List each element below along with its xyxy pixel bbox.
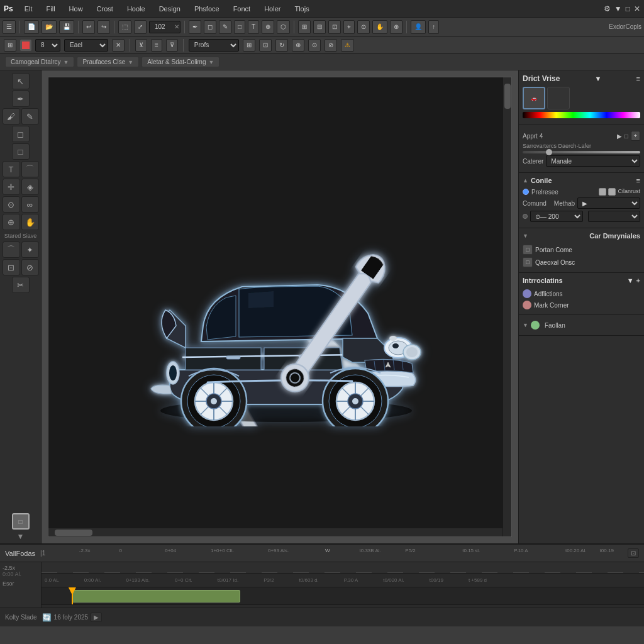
toolbar-shape-btn[interactable]: □: [234, 20, 245, 34]
menu-fonct[interactable]: Fonct: [231, 4, 253, 14]
options-align-center[interactable]: ≡: [151, 39, 162, 52]
method-value-select[interactable]: ⊙— 200: [530, 211, 583, 222]
method-select[interactable]: ▶: [577, 197, 640, 209]
panel-collapse-btn[interactable]: ▼: [595, 75, 602, 82]
tool-path[interactable]: ⌒: [21, 161, 39, 177]
options-rotate-btn[interactable]: ↻: [275, 39, 288, 52]
thumbnail-1[interactable]: 🚗: [523, 87, 545, 109]
menu-design[interactable]: Design: [157, 4, 183, 14]
apprt-add-btn[interactable]: +: [631, 131, 640, 141]
tool-dropper[interactable]: ⊘: [21, 259, 39, 275]
smoothing-slider[interactable]: [523, 151, 640, 153]
canvas-vscroll[interactable]: [502, 77, 511, 536]
timeline-toggle-btn[interactable]: ⊡: [628, 548, 639, 558]
options-size-select[interactable]: 8 10 12: [35, 39, 60, 52]
zoom-input[interactable]: 102: [152, 21, 174, 33]
menu-crost[interactable]: Crost: [94, 4, 116, 14]
toolbar-pen-btn[interactable]: ✎: [219, 20, 231, 34]
canvas-area[interactable]: [42, 70, 518, 543]
panel-menu-btn[interactable]: ≡: [636, 75, 640, 82]
menu-phsfoce[interactable]: Phsfoce: [192, 4, 222, 14]
toolbar-share-btn[interactable]: ↑: [428, 20, 439, 34]
config-check-1[interactable]: [599, 188, 606, 196]
options-target-btn[interactable]: ⊙: [308, 39, 321, 52]
options-snap-btn[interactable]: ⊡: [259, 39, 272, 52]
toolbar-redo-btn[interactable]: ↪: [97, 20, 110, 34]
toolbar-text-btn[interactable]: T: [248, 20, 259, 34]
top-icon-4[interactable]: ✕: [634, 4, 640, 13]
top-icon-2[interactable]: ▼: [614, 4, 622, 13]
options-color-swatch[interactable]: [20, 40, 31, 51]
toolbar-crop-btn[interactable]: ⊕: [262, 20, 274, 34]
car-dim-expand[interactable]: ▼: [523, 233, 528, 239]
breadcrumb-item-2[interactable]: Praufaces Clse ▼: [77, 57, 139, 67]
toolbar-menu-btn[interactable]: ☰: [3, 20, 16, 34]
interactions-add-btn[interactable]: +: [636, 277, 640, 284]
interactions-down-btn[interactable]: ▼: [627, 277, 634, 284]
tool-blend[interactable]: ∞: [21, 196, 39, 213]
fallen-expand[interactable]: ▼: [523, 322, 528, 328]
hscroll-thumb[interactable]: [55, 530, 92, 536]
config-menu-icon[interactable]: ≡: [636, 177, 640, 184]
tool-cut[interactable]: ✂: [12, 277, 30, 293]
toolbar-zoom-btn[interactable]: ⊕: [390, 20, 402, 34]
tool-node[interactable]: ◈: [21, 179, 39, 195]
toolbar-mask-btn[interactable]: ⬡: [277, 20, 290, 34]
apprt-icon-1[interactable]: ▶: [617, 133, 622, 140]
vscroll-thumb[interactable]: [504, 84, 511, 109]
tool-direct-select[interactable]: ✛: [3, 179, 20, 195]
tool-measure[interactable]: ⊡: [3, 259, 20, 275]
tool-expand-arrow[interactable]: ▼: [17, 532, 25, 541]
zoom-close-icon[interactable]: ✕: [174, 23, 179, 30]
toolbar-open-btn[interactable]: 📂: [42, 20, 57, 34]
config-check-2[interactable]: [608, 188, 616, 196]
timeline-clip-green[interactable]: [72, 590, 240, 602]
toolbar-distribute-btn[interactable]: ⊟: [313, 20, 326, 34]
cutover-select[interactable]: Manale: [546, 155, 640, 167]
toolbar-user-btn[interactable]: 👤: [411, 20, 426, 34]
toolbar-hand-btn[interactable]: ✋: [372, 20, 387, 34]
tool-lasso[interactable]: ⌒: [3, 242, 20, 258]
toolbar-transform-btn[interactable]: ⤢: [134, 20, 147, 34]
toolbar-save-btn[interactable]: 💾: [59, 20, 74, 34]
toolbar-anchor-btn[interactable]: ⊙: [357, 20, 370, 34]
menu-tlojs[interactable]: Tlojs: [292, 4, 311, 14]
options-compass-btn[interactable]: ⊕: [292, 39, 304, 52]
options-warn-btn[interactable]: ⚠: [341, 39, 354, 52]
toolbar-more-btn[interactable]: ⊡: [328, 20, 341, 34]
breadcrumb-item-1[interactable]: Camogeal Dtalrcy ▼: [5, 57, 74, 67]
toolbar-undo-btn[interactable]: ↩: [82, 20, 95, 34]
config-expand[interactable]: ▲: [523, 177, 528, 184]
canvas-hscroll[interactable]: [48, 528, 502, 536]
tool-select[interactable]: ↖: [12, 73, 30, 89]
tool-brush[interactable]: 🖌: [3, 108, 20, 125]
menu-hoole[interactable]: Hoole: [125, 4, 148, 14]
options-mode-btn[interactable]: ⊞: [4, 39, 16, 52]
tool-hand[interactable]: ✋: [21, 214, 39, 230]
color-gradient-bar[interactable]: [523, 112, 640, 118]
tool-shape[interactable]: □: [12, 143, 30, 160]
tool-zoom[interactable]: ⊕: [3, 214, 20, 230]
thumbnail-2[interactable]: [547, 87, 570, 109]
menu-how[interactable]: How: [67, 4, 86, 14]
timeline-tracks[interactable]: 0.0 AL 0:00 Al. 0+193 Als. 0+0 Clt. t0/0…: [42, 562, 644, 608]
options-align-left[interactable]: ⊻: [135, 39, 147, 52]
top-icon-3[interactable]: □: [626, 4, 630, 13]
options-font-select[interactable]: Eael: [64, 39, 108, 52]
options-view-select[interactable]: Profs: [189, 39, 239, 52]
method-extra-select[interactable]: [588, 211, 641, 222]
tool-canvas[interactable]: □: [12, 513, 30, 530]
tool-pen[interactable]: ✒: [12, 91, 30, 107]
menu-elt[interactable]: Elt: [22, 4, 35, 14]
tool-pencil[interactable]: ✎: [21, 108, 39, 125]
method-radio[interactable]: [523, 214, 528, 219]
menu-fill[interactable]: Fill: [44, 4, 58, 14]
tool-text[interactable]: T: [3, 161, 20, 177]
toolbar-select-btn[interactable]: ⬚: [118, 20, 131, 34]
smoothing-thumb[interactable]: [546, 149, 552, 155]
options-align-right[interactable]: ⊽: [166, 39, 178, 52]
options-anchor-btn[interactable]: ⊘: [325, 39, 337, 52]
top-icon-1[interactable]: ⚙: [604, 4, 611, 13]
toolbar-new-btn[interactable]: 📄: [24, 20, 39, 34]
options-font-close[interactable]: ✕: [112, 39, 125, 52]
